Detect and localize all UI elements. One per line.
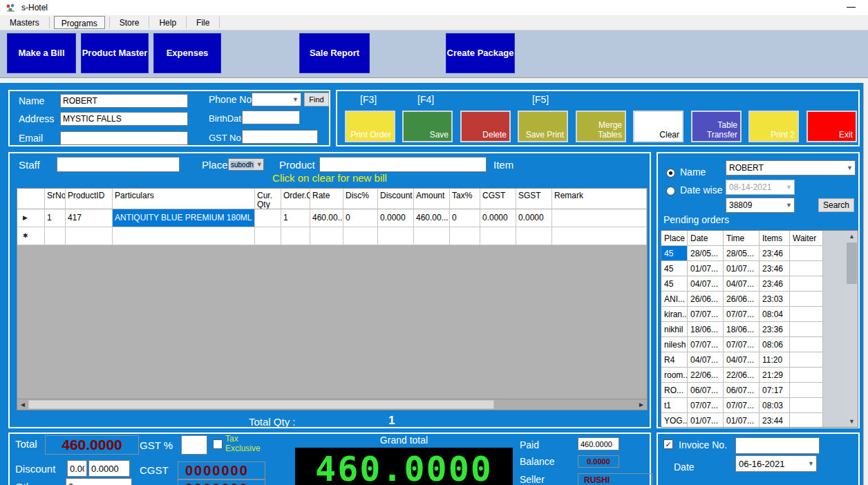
gst-no-field[interactable] — [242, 130, 318, 144]
grid-cell[interactable]: 23:03 — [760, 292, 790, 307]
grid-cell[interactable]: 0.0000 — [378, 209, 414, 227]
grid-cell[interactable] — [450, 227, 480, 245]
menu-help[interactable]: Help — [149, 15, 186, 30]
grid-cell[interactable] — [790, 352, 823, 368]
table-row[interactable]: room...22/06...22/06...21:29 — [661, 368, 823, 383]
product-field[interactable] — [319, 157, 487, 172]
grid-cell[interactable] — [790, 322, 823, 337]
customer-name-field[interactable] — [60, 94, 188, 108]
expenses-button[interactable]: Expenses — [153, 33, 221, 73]
product-master-button[interactable]: Product Master — [81, 33, 149, 73]
gst-percent-field[interactable] — [181, 435, 207, 455]
grid-cell[interactable] — [790, 337, 823, 352]
grid-cell[interactable] — [255, 209, 281, 227]
grid-cell[interactable]: 08:06 — [760, 337, 790, 352]
discount-percent-field[interactable] — [67, 460, 87, 477]
customer-address-field[interactable] — [60, 112, 188, 126]
invoice-no-field[interactable] — [735, 437, 820, 454]
sale-report-button[interactable]: Sale Report — [299, 33, 370, 73]
grid-cell[interactable] — [255, 227, 281, 245]
exit-button[interactable]: Exit — [806, 111, 857, 142]
grid-cell[interactable] — [310, 227, 343, 245]
save-print-button[interactable]: Save Print — [518, 111, 568, 142]
create-package-button[interactable]: Create Package — [446, 33, 515, 73]
customer-email-field[interactable] — [60, 131, 188, 145]
grid-cell[interactable] — [45, 227, 66, 245]
grid-cell[interactable]: 23:46 — [760, 276, 790, 292]
grid-cell[interactable]: 0.0000 — [516, 209, 552, 227]
grid-cell[interactable]: 26/06... — [724, 292, 760, 307]
grid-cell[interactable] — [113, 227, 255, 245]
search-name-combo[interactable]: ROBERT▼ — [726, 160, 856, 175]
birthdate-field[interactable] — [242, 111, 300, 124]
table-row[interactable]: ✱ — [17, 227, 647, 245]
table-row[interactable]: YOG...01/07...01/07...23:44 — [661, 413, 823, 428]
discount-amount-field[interactable] — [88, 460, 130, 477]
grid-cell[interactable]: 22/06... — [688, 368, 724, 383]
grid-cell[interactable]: YOG... — [661, 413, 688, 428]
grid-cell[interactable] — [790, 307, 823, 322]
grid-cell[interactable]: 01/07... — [688, 413, 724, 428]
grid-cell[interactable] — [281, 227, 310, 245]
menu-file[interactable]: File — [187, 15, 219, 30]
merge-tables-button[interactable]: Merge Tables — [576, 111, 626, 142]
invoice-no-checkbox[interactable]: ✓ — [663, 439, 673, 449]
grid-cell[interactable]: 07:17 — [760, 383, 790, 398]
grid-cell[interactable]: 04/07... — [688, 276, 724, 292]
grid-cell[interactable] — [790, 246, 823, 261]
find-button[interactable]: Find — [304, 93, 329, 106]
grid-cell[interactable]: 06/07... — [724, 383, 760, 398]
scroll-up-icon[interactable]: ▲ — [846, 231, 858, 242]
scroll-right-icon[interactable]: ► — [636, 399, 647, 410]
table-row[interactable]: nilesh07/07...07/07...08:06 — [661, 337, 823, 352]
grid-cell[interactable]: 01/07... — [688, 261, 724, 276]
grid-cell[interactable]: 23:36 — [760, 322, 790, 337]
menu-store[interactable]: Store — [110, 15, 149, 30]
table-row[interactable]: ANI...26/06...26/06...23:03 — [661, 292, 823, 307]
grid-cell[interactable]: nilesh — [661, 337, 688, 352]
paid-field[interactable] — [578, 437, 619, 450]
grid-cell[interactable]: 06/07... — [688, 383, 724, 398]
scroll-down-icon[interactable]: ▼ — [846, 416, 858, 427]
grid-cell[interactable]: 23:46 — [760, 261, 790, 276]
grid-cell[interactable]: 28/05... — [688, 246, 724, 261]
bill-items-grid[interactable]: SrNoProductIDParticularsCur. QtyOrder.QR… — [17, 188, 648, 410]
vertical-scrollbar[interactable]: ▲ ▼ — [846, 231, 858, 427]
grid-cell[interactable] — [378, 227, 414, 245]
grid-cell[interactable]: 18/06... — [724, 322, 760, 337]
grid-cell[interactable]: 01/07... — [724, 261, 760, 276]
search-button[interactable]: Search — [818, 198, 854, 212]
scrollbar-thumb[interactable] — [847, 242, 857, 284]
grid-cell[interactable] — [552, 227, 647, 245]
grid-cell[interactable] — [790, 276, 823, 292]
grid-cell[interactable]: room... — [661, 368, 688, 383]
grid-cell[interactable]: kiran... — [661, 307, 688, 322]
other-field[interactable] — [66, 478, 132, 485]
grid-cell[interactable]: R4 — [661, 352, 688, 368]
grid-cell[interactable] — [790, 413, 823, 428]
grid-cell[interactable]: ANI... — [661, 292, 688, 307]
table-row[interactable]: nikhil18/06...18/06...23:36 — [661, 322, 823, 337]
delete-button[interactable]: Delete — [460, 111, 511, 142]
make-a-bill-button[interactable]: Make a Bill — [7, 33, 76, 73]
clear-button[interactable]: Clear — [633, 111, 683, 142]
grid-cell[interactable]: nikhil — [661, 322, 688, 337]
table-row[interactable]: R404/07...04/07...11:20 — [661, 352, 823, 368]
grid-cell[interactable]: 08:03 — [760, 398, 790, 413]
menu-programs[interactable]: Programs — [54, 16, 105, 29]
save-button[interactable]: Save — [402, 111, 453, 142]
print-2-button[interactable]: Print 2 — [748, 111, 799, 142]
scrollbar-thumb[interactable] — [28, 400, 494, 409]
grid-cell[interactable]: 04/07... — [688, 352, 724, 368]
table-row[interactable]: ▶1417ANTIQUITY BLUE PREMIUM 180ML1460.00… — [17, 209, 647, 227]
table-row[interactable]: RO...06/07...06/07...07:17 — [661, 383, 823, 398]
scroll-left-icon[interactable]: ◄ — [17, 399, 28, 410]
phone-combo[interactable]: ▼ — [252, 93, 301, 106]
date-wise-radio[interactable] — [666, 187, 675, 196]
grid-cell[interactable]: 28/05... — [724, 246, 760, 261]
grid-cell[interactable] — [790, 383, 823, 398]
grid-cell[interactable]: 07/07... — [688, 398, 724, 413]
grid-cell[interactable]: 18/06... — [688, 322, 724, 337]
grid-cell[interactable]: 0.0000 — [480, 209, 516, 227]
grid-cell[interactable]: 07/07... — [724, 307, 760, 322]
